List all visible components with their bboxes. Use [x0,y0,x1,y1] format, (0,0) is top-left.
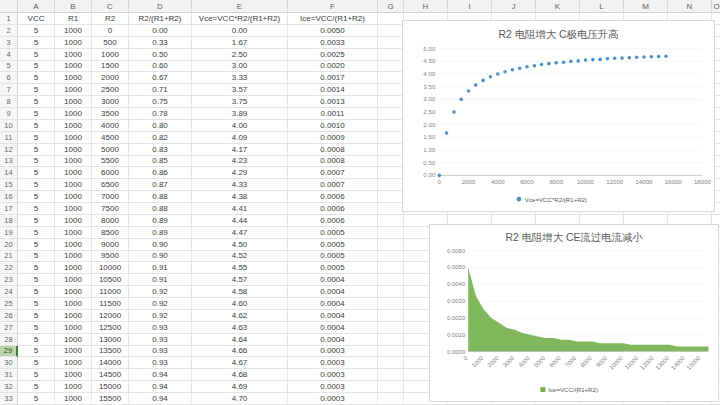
row-header-22[interactable]: 22 [0,262,18,274]
cell[interactable]: 5 [18,108,55,120]
cell[interactable]: 0.94 [129,369,192,381]
cell[interactable]: 0.92 [129,286,192,298]
row-header-19[interactable]: 19 [0,227,18,239]
cell[interactable]: 0.94 [129,393,192,405]
cell[interactable]: 1000 [55,298,92,310]
cell[interactable] [378,381,404,393]
cell[interactable] [378,262,404,274]
cell[interactable]: 4.64 [192,334,288,346]
cell[interactable]: 3.33 [192,72,288,84]
cell[interactable]: 5 [18,215,55,227]
cell[interactable]: 5 [18,203,55,215]
cell[interactable]: 0.92 [129,298,192,310]
cell[interactable]: 1000 [55,381,92,393]
cell[interactable]: 4.47 [192,227,288,239]
cell[interactable]: 5 [18,25,55,37]
cell[interactable]: 0.0009 [288,132,378,144]
row-header-18[interactable]: 18 [0,215,18,227]
row-header-14[interactable]: 14 [0,167,18,179]
row-header-20[interactable]: 20 [0,239,18,251]
cell[interactable]: VCC [18,13,55,25]
cell[interactable]: 0.0010 [288,120,378,132]
cell[interactable]: 1000 [55,191,92,203]
cell[interactable]: 0.33 [129,37,192,49]
cell[interactable]: 5 [18,298,55,310]
cell[interactable]: 2.50 [192,49,288,61]
cell[interactable]: 5 [18,286,55,298]
cell[interactable]: 1000 [55,144,92,156]
cell[interactable] [378,49,404,61]
cell[interactable]: 1000 [55,393,92,405]
cell[interactable]: 1000 [55,286,92,298]
column-header-K[interactable]: K [536,0,580,12]
cell[interactable]: 4.70 [192,393,288,405]
cell[interactable]: 0.0005 [288,251,378,263]
column-header-L[interactable]: L [580,0,624,12]
cell[interactable]: 0.00 [192,25,288,37]
cell[interactable]: 0.0003 [288,393,378,405]
row-header-25[interactable]: 25 [0,298,18,310]
cell[interactable]: 4.66 [192,346,288,358]
cell[interactable]: 5 [18,179,55,191]
cell[interactable]: 1000 [55,369,92,381]
column-header-D[interactable]: D [129,0,192,12]
cell[interactable]: 5 [18,346,55,358]
cell[interactable]: 1000 [55,156,92,168]
cell[interactable]: 12500 [92,322,129,334]
cell[interactable]: 11000 [92,286,129,298]
cell[interactable]: 14000 [92,357,129,369]
cell[interactable]: 0.90 [129,251,192,263]
cell[interactable]: 1000 [55,239,92,251]
column-header-E[interactable]: E [192,0,288,12]
cell[interactable]: 0.91 [129,262,192,274]
column-header-N[interactable]: N [668,0,712,12]
cell[interactable]: 0.0020 [288,61,378,73]
cell[interactable] [378,251,404,263]
cell[interactable]: 1000 [55,274,92,286]
cell[interactable] [378,132,404,144]
cell[interactable]: 5 [18,49,55,61]
cell[interactable]: 0.0003 [288,369,378,381]
vce-chart[interactable]: R2 电阻增大 C极电压升高0.000.501.001.502.002.503.… [402,20,715,212]
row-header-15[interactable]: 15 [0,179,18,191]
cell[interactable]: 1000 [55,251,92,263]
cell[interactable] [378,25,404,37]
cell[interactable]: 1000 [55,72,92,84]
cell[interactable]: 15000 [92,381,129,393]
cell[interactable]: 0.91 [129,274,192,286]
row-header-13[interactable]: 13 [0,156,18,168]
cell[interactable]: 0.00 [129,25,192,37]
cell[interactable] [378,61,404,73]
row-header-32[interactable]: 32 [0,381,18,393]
cell[interactable]: 0.0008 [288,156,378,168]
cell[interactable]: 0.0006 [288,215,378,227]
cell[interactable] [378,393,404,405]
column-header-I[interactable]: I [448,0,492,12]
cell[interactable]: 3500 [92,108,129,120]
cell[interactable]: 3.57 [192,84,288,96]
cell[interactable]: 0.0017 [288,72,378,84]
cell[interactable]: 1000 [55,262,92,274]
row-header-28[interactable]: 28 [0,334,18,346]
cell[interactable]: 0.75 [129,96,192,108]
cell[interactable]: 4.63 [192,322,288,334]
row-header-17[interactable]: 17 [0,203,18,215]
cell[interactable]: 3.89 [192,108,288,120]
row-header-9[interactable]: 9 [0,108,18,120]
cell[interactable]: 0.86 [129,167,192,179]
cell[interactable]: 5 [18,381,55,393]
cell[interactable]: 1000 [55,357,92,369]
cell[interactable] [378,357,404,369]
cell[interactable]: 0.0050 [288,25,378,37]
cell[interactable] [378,274,404,286]
cell[interactable] [378,322,404,334]
cell[interactable]: 4.55 [192,262,288,274]
cell[interactable]: Vce=VCC*R2/(R1+R2) [192,13,288,25]
row-header-6[interactable]: 6 [0,72,18,84]
cell[interactable] [378,96,404,108]
cell[interactable] [378,298,404,310]
cell[interactable]: 1000 [55,227,92,239]
cell[interactable]: 5000 [92,144,129,156]
cell[interactable] [378,108,404,120]
cell[interactable]: 7000 [92,191,129,203]
